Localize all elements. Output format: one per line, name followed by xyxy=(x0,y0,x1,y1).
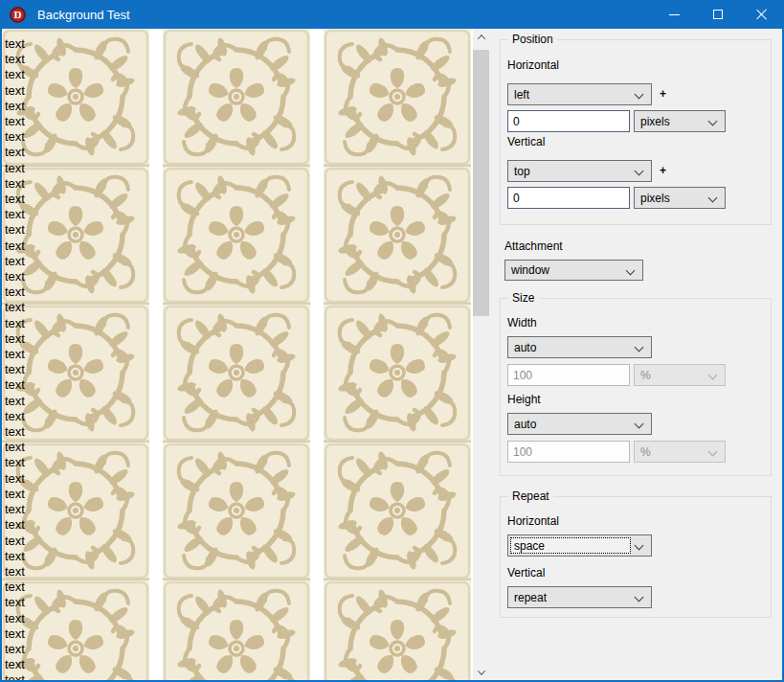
chevron-down-icon xyxy=(708,447,718,457)
overlay-text-line: text xyxy=(5,471,25,487)
background-tile xyxy=(163,443,310,580)
close-icon xyxy=(756,9,768,20)
overlay-text-line: text xyxy=(5,222,25,238)
repeat-vertical-select[interactable]: repeat xyxy=(507,586,652,608)
overlay-text-line: text xyxy=(5,52,25,67)
size-width-mode-select[interactable]: auto xyxy=(507,336,652,358)
background-tile xyxy=(324,167,471,305)
repeat-horizontal-label: Horizontal xyxy=(507,514,559,528)
minimize-icon xyxy=(669,14,680,15)
overlay-text-line: text xyxy=(5,129,25,145)
scroll-down-button[interactable] xyxy=(473,664,489,680)
repeat-group-title: Repeat xyxy=(508,489,553,503)
overlay-text-line: text xyxy=(5,672,25,680)
vertical-scrollbar[interactable] xyxy=(473,29,489,680)
overlay-text-line: text xyxy=(5,502,25,517)
chevron-down-icon xyxy=(708,371,718,380)
chevron-down-icon xyxy=(635,420,644,429)
overlay-text-line: text xyxy=(5,36,25,52)
position-vertical-unit-select[interactable]: pixels xyxy=(634,187,726,209)
position-vertical-keyword-select[interactable]: top xyxy=(507,160,652,182)
overlay-text-line: text xyxy=(5,316,25,331)
position-horizontal-unit-select[interactable]: pixels xyxy=(634,110,726,132)
overlay-text-line: text xyxy=(5,440,25,455)
position-horizontal-plus: + xyxy=(660,87,666,101)
repeat-vertical-label: Vertical xyxy=(507,566,545,580)
overlay-text-line: text xyxy=(5,626,25,642)
size-width-unit-select: % xyxy=(634,364,726,386)
size-height-value-input xyxy=(507,441,630,463)
background-tile xyxy=(163,29,310,167)
size-height-mode-select[interactable]: auto xyxy=(507,413,652,435)
overlay-text-line: text xyxy=(5,161,25,176)
background-tile xyxy=(163,167,310,305)
position-vertical-label: Vertical xyxy=(507,135,545,148)
position-vertical-plus: + xyxy=(660,164,666,177)
close-button[interactable] xyxy=(740,0,784,29)
chevron-down-icon xyxy=(635,167,644,176)
overlay-text-line: text xyxy=(5,424,25,440)
overlay-text-line: text xyxy=(5,284,25,300)
position-vertical-offset-input[interactable] xyxy=(507,187,630,209)
chevron-down-icon xyxy=(626,266,636,276)
chevron-down-icon xyxy=(635,343,644,352)
overlay-text-line: text xyxy=(5,83,25,99)
background-tile xyxy=(324,305,471,443)
background-preview: texttexttexttexttexttexttexttexttexttext… xyxy=(2,29,473,680)
tile-grid xyxy=(2,29,473,680)
overlay-text-line: text xyxy=(5,362,25,377)
repeat-horizontal-select[interactable]: space xyxy=(507,534,652,557)
chevron-down-icon xyxy=(708,193,718,203)
size-height-label: Height xyxy=(507,393,541,406)
attachment-label: Attachment xyxy=(504,239,563,253)
overlay-text-line: text xyxy=(5,534,25,549)
chevron-down-icon xyxy=(635,541,644,551)
overlay-text-line: text xyxy=(5,580,25,595)
maximize-button[interactable] xyxy=(696,0,740,29)
chevron-down-icon xyxy=(477,667,484,674)
overlay-text-line: text xyxy=(5,487,25,502)
overlay-text-line: text xyxy=(5,394,25,409)
overlay-text-line: text xyxy=(5,176,25,192)
overlay-text-line: text xyxy=(5,517,25,533)
background-tile xyxy=(163,305,310,443)
minimize-button[interactable] xyxy=(652,0,696,29)
overlay-text-line: text xyxy=(5,564,25,580)
overlay-text-line: text xyxy=(5,269,25,284)
window-title: Background Test xyxy=(37,8,130,22)
scroll-up-button[interactable] xyxy=(473,29,489,45)
settings-panel: Position Horizontal left + pixels Vertic… xyxy=(489,29,782,680)
background-tile xyxy=(324,580,471,680)
overlay-text-line: text xyxy=(5,377,25,393)
chevron-up-icon xyxy=(477,34,484,42)
overlay-text-line: text xyxy=(5,99,25,114)
background-tile xyxy=(324,29,471,167)
text-overlay: texttexttexttexttexttexttexttexttexttext… xyxy=(5,36,25,680)
position-horizontal-keyword-select[interactable]: left xyxy=(507,83,652,105)
chevron-down-icon xyxy=(708,117,718,126)
overlay-text-line: text xyxy=(5,642,25,657)
overlay-text-line: text xyxy=(5,300,25,315)
size-width-value-input xyxy=(507,364,630,386)
size-height-unit-select: % xyxy=(634,441,726,463)
attachment-select[interactable]: window xyxy=(504,260,643,281)
maximize-icon xyxy=(713,10,723,19)
overlay-text-line: text xyxy=(5,192,25,207)
overlay-text-line: text xyxy=(5,657,25,672)
overlay-text-line: text xyxy=(5,207,25,222)
overlay-text-line: text xyxy=(5,331,25,347)
overlay-text-line: text xyxy=(5,611,25,626)
overlay-text-line: text xyxy=(5,347,25,362)
overlay-text-line: text xyxy=(5,145,25,160)
caption-buttons xyxy=(652,0,784,29)
overlay-text-line: text xyxy=(5,455,25,470)
size-width-label: Width xyxy=(507,316,537,330)
scrollbar-thumb[interactable] xyxy=(473,50,489,316)
position-horizontal-offset-input[interactable] xyxy=(507,110,630,132)
chevron-down-icon xyxy=(635,90,644,100)
overlay-text-line: text xyxy=(5,409,25,424)
titlebar[interactable]: D Background Test xyxy=(0,0,784,29)
background-tile xyxy=(324,443,471,580)
overlay-text-line: text xyxy=(5,549,25,564)
overlay-text-line: text xyxy=(5,595,25,610)
